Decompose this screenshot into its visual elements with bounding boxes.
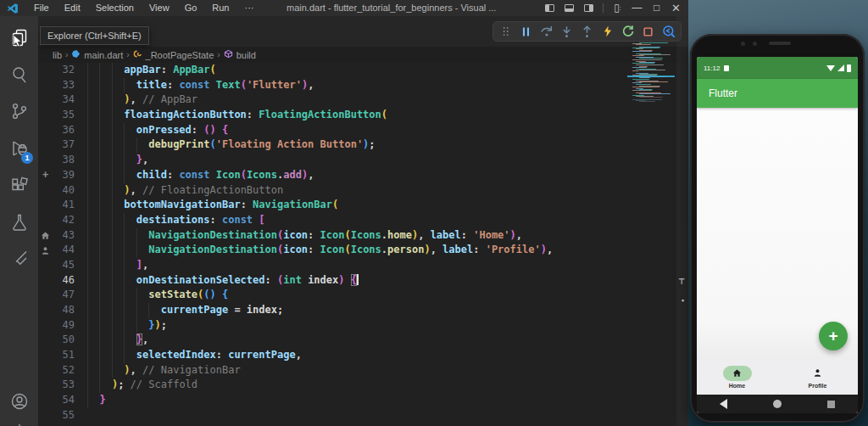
battery-icon [847,64,851,72]
flutter-icon[interactable] [0,242,38,276]
search-icon[interactable] [0,58,38,92]
menubar: FileEditSelectionViewGoRun··· [26,0,262,16]
breadcrumb-item-build[interactable]: build [224,49,256,60]
debug-toolbar [492,21,682,42]
menu-file[interactable]: File [26,0,57,16]
code-line-52[interactable]: 52), // NavigationBar [38,363,688,378]
customize-layout-icon[interactable]: ▯: [612,3,623,14]
code-line-34[interactable]: 34), // AppBar [38,92,688,108]
step-into-icon[interactable] [559,25,574,39]
menu-go[interactable]: Go [177,0,205,16]
restart-icon[interactable] [620,25,635,39]
menu-[interactable]: ··· [237,0,262,16]
drag-gripper-icon[interactable] [498,25,513,39]
gutter [38,303,53,318]
gutter [38,333,53,348]
code-line-46[interactable]: 46onDestinationSelected: (int index) { [38,273,688,289]
menu-edit[interactable]: Edit [57,0,88,16]
code-line-39[interactable]: +39child: const Icon(Icons.add), [38,168,688,183]
desktop-wallpaper: 11:12 Flutter + HomeProfile [688,0,868,426]
line-number: 53 [53,378,75,393]
debug-session-badge: 1 [21,152,33,164]
pause-icon[interactable] [519,25,533,39]
code-line-50[interactable]: 50}, [38,333,688,348]
overview-square-icon [827,401,835,408]
back-button[interactable] [697,399,750,409]
code-line-48[interactable]: 48currentPage = index; [38,303,688,318]
line-number: 46 [53,273,75,289]
code-line-38[interactable]: 38}, [38,153,688,168]
gutter [38,288,53,303]
code-line-32[interactable]: 32appBar: AppBar( [38,63,688,78]
code-line-54[interactable]: 54} [38,393,688,408]
code-editor[interactable]: 32appBar: AppBar(33title: const Text('Fl… [38,63,688,426]
run-debug-icon[interactable]: 1 [0,132,38,165]
code-text: currentPage = index; [161,303,284,318]
menu-view[interactable]: View [142,0,177,16]
breadcrumb-item-rootpagestate[interactable]: _RootPageState [133,49,214,60]
line-number: 54 [53,393,75,408]
code-line-43[interactable]: 43NavigationDestination(icon: Icon(Icons… [38,228,688,244]
code-line-40[interactable]: 40), // FloatingActionButton [38,183,688,199]
gutter [38,198,53,213]
code-line-41[interactable]: 41bottomNavigationBar: NavigationBar( [38,198,688,213]
code-line-53[interactable]: 53); // Scaffold [38,378,688,393]
chevron-right-icon: › [217,50,220,59]
step-out-icon[interactable] [580,25,594,39]
code-text: appBar: AppBar( [124,63,215,78]
code-line-37[interactable]: 37debugPrint('Floating Action Button'); [38,137,688,153]
code-line-47[interactable]: 47setState(() { [38,288,688,303]
layout-sidebar-right-icon[interactable] [583,3,594,14]
extensions-icon[interactable] [0,169,38,203]
layout-panel-icon[interactable] [564,3,575,14]
account-icon[interactable] [0,384,38,418]
breadcrumb-item-lib[interactable]: lib [53,50,62,60]
source-control-icon[interactable] [0,94,38,128]
step-over-icon[interactable] [539,25,554,39]
back-icon [720,399,727,409]
minimize-icon[interactable]: — [632,3,643,14]
menu-selection[interactable]: Selection [88,0,142,16]
code-line-33[interactable]: 33title: const Text('Flutter'), [38,78,688,93]
chevron-right-icon: › [126,50,129,59]
line-number: 49 [53,318,75,334]
line-number: 36 [53,123,75,138]
close-icon[interactable]: ✕ [670,3,682,14]
settings-gear-icon[interactable] [0,415,38,426]
nav-destination-home[interactable]: Home [697,359,777,395]
gutter [38,273,53,289]
code-line-42[interactable]: 42destinations: const [ [38,213,688,228]
gutter [38,213,53,228]
testing-icon[interactable] [0,205,38,239]
screen: FileEditSelectionViewGoRun··· main.dart … [0,0,868,426]
menu-run[interactable]: Run [204,0,236,16]
code-line-55[interactable]: 55 [38,408,688,423]
hot-reload-lightning-icon[interactable] [600,25,615,39]
overview-button[interactable] [804,401,858,408]
code-text: title: const Text('Flutter'), [136,78,314,93]
code-line-36[interactable]: 36onPressed: () { [38,123,688,138]
vscode-logo-icon [7,3,19,14]
stop-icon[interactable] [641,25,655,39]
line-number: 34 [53,92,75,108]
maximize-icon[interactable]: □ [651,3,662,14]
code-line-51[interactable]: 51selectedIndex: currentPage, [38,348,688,363]
code-line-44[interactable]: 44NavigationDestination(icon: Icon(Icons… [38,243,688,258]
selected-indicator-pill [723,366,752,381]
code-line-45[interactable]: 45], [38,258,688,273]
code-line-35[interactable]: 35floatingActionButton: FloatingActionBu… [38,108,688,123]
floating-action-button[interactable]: + [819,322,848,350]
widget-inspector-icon[interactable] [661,25,676,39]
home-button[interactable] [750,400,804,408]
layout-sidebar-left-icon[interactable] [544,3,555,14]
scrollbar[interactable] [676,16,688,426]
nav-destination-profile[interactable]: Profile [777,359,858,395]
phone-screen: 11:12 Flutter + HomeProfile [697,57,858,413]
line-number: 32 [53,63,75,78]
line-number: 33 [53,78,75,93]
gutter [38,378,53,393]
breadcrumb-item-maindart[interactable]: main.dart [71,49,123,60]
code-line-49[interactable]: 49}); [38,318,688,334]
code-text: NavigationDestination(icon: Icon(Icons.h… [148,228,522,244]
minimap[interactable] [631,31,671,320]
